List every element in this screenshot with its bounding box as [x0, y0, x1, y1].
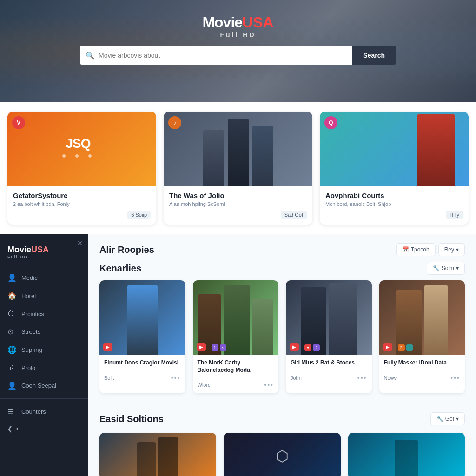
movie-tag-2a: ♥ [304, 344, 311, 351]
sidebar-collapse-btn[interactable]: ❮ • [0, 421, 88, 437]
tool-icon: 🔧 [433, 265, 440, 271]
movie-tag-1a: 1 [212, 344, 218, 351]
sidebar-item-supring[interactable]: 🌐 Supring [0, 341, 88, 359]
bottom-card-img-1: ⬡ [224, 433, 340, 476]
featured-card-1[interactable]: ♪ The Was of Jolio A an moh hpling ScSom… [164, 112, 312, 225]
sidebar-item-coon-seepal[interactable]: 👤 Coon Seepal [0, 377, 88, 395]
movie-tag-3b: c [406, 344, 413, 351]
movie-card-0[interactable]: ▶ Finumt Doos Craglor Movisl Bolit ••• [99, 280, 185, 393]
more-btn-3[interactable]: ••• [450, 374, 460, 382]
sidebar-item-prolo[interactable]: 🛍 Prolo [0, 359, 88, 377]
featured-card-bg-0: JSQ ✦ ✦ ✦ [7, 112, 156, 186]
movie-card-3[interactable]: ▶ 2 c Fully Masker lDonl Data Newv ••• [379, 280, 465, 393]
movie-card-title-0: Finumt Doos Craglor Movisl [104, 359, 181, 367]
sidebar-label-supring: Supring [21, 346, 42, 353]
movie-author-3: Newv [384, 375, 397, 381]
movie-card-2[interactable]: ▶ ♥ 2 Gld Mlus 2 Bat & Stoces John ••• [286, 280, 372, 393]
featured-card-badge-0: V [12, 116, 25, 129]
movie-author-0: Bolit [104, 375, 114, 381]
movie-card-img-3: ▶ 2 c [379, 280, 465, 355]
sidebar-item-medic[interactable]: 👤 Medic [0, 269, 88, 287]
movie-card-footer-2: John ••• [286, 371, 372, 386]
movie-card-title-2: Gld Mlus 2 Bat & Stoces [291, 359, 367, 367]
more-btn-0[interactable]: ••• [171, 374, 181, 382]
sidebar-logo-usa: USA [31, 245, 49, 254]
movie-author-1: Wlorc [198, 382, 211, 388]
more-btn-2[interactable]: ••• [357, 374, 367, 382]
main-content: Alir Roopies 📅 Tpocoh Rey ▾ Kenarlies 🔧 … [88, 234, 476, 476]
more-btn-1[interactable]: ••• [264, 381, 274, 389]
featured-card-0[interactable]: JSQ ✦ ✦ ✦ V GetatorSystoure 2 ea bolt wh… [7, 112, 156, 225]
bottom-card-2[interactable] [348, 433, 465, 476]
featured-row: JSQ ✦ ✦ ✦ V GetatorSystoure 2 ea bolt wh… [0, 102, 476, 234]
logo-fullhd: Full HD [202, 31, 273, 39]
chevron-down-icon: ▾ [456, 246, 459, 253]
featured-card-info-0: GetatorSystoure 2 ea bolt whlit bdn, Fon… [7, 186, 156, 225]
featured-card-desc-1: A an moh hpling ScSoml [169, 201, 307, 207]
movie-tag-2b: 2 [313, 344, 320, 351]
bottom-card-0[interactable] [99, 433, 216, 476]
sidebar-close-icon[interactable]: ✕ [77, 239, 83, 247]
featured-card-image-1: ♪ [164, 112, 312, 186]
movie-play-3[interactable]: ▶ [383, 343, 392, 351]
bottom-card-1[interactable]: ⬡ [224, 433, 340, 476]
featured-card-tag-0: 6 Soiip [127, 211, 151, 219]
featured-card-badge-1: ♪ [168, 116, 181, 129]
chevron-down-icon2: ▾ [456, 265, 459, 271]
section3-filter-btn[interactable]: 🔧 Got ▾ [430, 412, 465, 425]
sidebar-item-horel[interactable]: 🏠 Horel [0, 287, 88, 305]
movie-play-0[interactable]: ▶ [103, 343, 112, 351]
featured-card-title-0: GetatorSystoure [13, 192, 151, 199]
sidebar-label-medic: Medic [21, 274, 38, 281]
sidebar-divider [0, 398, 88, 399]
movie-card-footer-0: Bolit ••• [99, 371, 185, 386]
section1-filter2-btn[interactable]: Rey ▾ [438, 243, 465, 256]
sidebar-label-prciutics: Prciutics [21, 311, 44, 317]
sidebar-item-streets[interactable]: ⊙ Streets [0, 323, 88, 341]
section1-header: Alir Roopies 📅 Tpocoh Rey ▾ [99, 243, 465, 256]
section2-filter-btn[interactable]: 🔧 Solm ▾ [427, 262, 465, 275]
movie-play-2[interactable]: ▶ [290, 343, 299, 351]
section1-filter1-label: Tpocoh [411, 246, 430, 253]
movie-card-footer-3: Newv ••• [379, 371, 465, 386]
search-input[interactable] [80, 46, 352, 65]
calendar-icon: 📅 [402, 246, 409, 253]
section-divider [99, 403, 465, 403]
featured-card-bg-1 [164, 112, 312, 186]
bag-icon: 🛍 [7, 364, 17, 372]
hero-title: MovieUSA Full HD [202, 14, 273, 39]
section1-filter1-btn[interactable]: 📅 Tpocoh [396, 243, 436, 256]
sidebar-label-counters: Counters [21, 408, 46, 415]
sidebar-logo-fullhd: Full HO [7, 255, 81, 259]
bottom-movies-grid: ⬡ [99, 433, 465, 476]
section1-filter2-label: Rey [444, 246, 454, 253]
search-button[interactable]: Search [352, 46, 396, 65]
movie-play-1[interactable]: ▶ [197, 343, 206, 351]
movie-card-footer-1: Wlorc ••• [193, 378, 279, 393]
featured-card-info-1: The Was of Jolio A an moh hpling ScSoml … [164, 186, 312, 225]
movie-card-title-1: The MorK Carby Balonelacdog Moda. [198, 359, 274, 374]
section3-title: Easid Soltions [99, 414, 164, 424]
section2-filter-label: Solm [442, 265, 454, 271]
sidebar-logo-movie: Movie [7, 245, 31, 254]
logo-movie: Movie [202, 14, 242, 31]
bottom-card-img-2 [348, 433, 465, 476]
sidebar-label-streets: Streets [21, 328, 40, 335]
movie-card-img-1: ▶ 1 s [193, 280, 279, 355]
home-icon: 🏠 [7, 291, 17, 300]
sidebar-logo: MovieUSA Full HO [0, 241, 88, 269]
clock-icon: ⏱ [7, 310, 17, 318]
movie-tag-1b: s [220, 344, 227, 351]
sidebar-item-prciutics[interactable]: ⏱ Prciutics [0, 305, 88, 323]
search-bar: 🔍 Search [80, 46, 396, 65]
chevron-left-icon: ❮ [7, 425, 13, 432]
sidebar: ✕ MovieUSA Full HO 👤 Medic 🏠 Horel ⏱ Prc… [0, 234, 88, 476]
movie-card-1[interactable]: ▶ 1 s The MorK Carby Balonelacdog Moda. … [193, 280, 279, 393]
sidebar-item-counters[interactable]: ☰ Counters [0, 403, 88, 421]
featured-card-2[interactable]: Q Aovphrabi Courts Mon bord, eanoic Bolt… [320, 112, 469, 225]
featured-card-desc-0: 2 ea bolt whlit bdn, Fonly [13, 201, 151, 207]
target-icon: ⊙ [7, 327, 17, 336]
sidebar-collapse-label: • [16, 425, 19, 432]
main-layout: ✕ MovieUSA Full HO 👤 Medic 🏠 Horel ⏱ Prc… [0, 234, 476, 476]
movie-card-info-1: The MorK Carby Balonelacdog Moda. [193, 355, 279, 378]
